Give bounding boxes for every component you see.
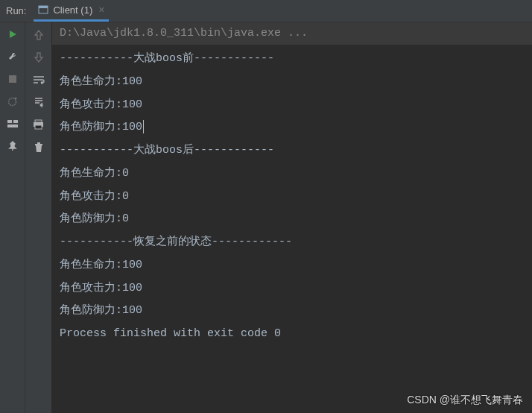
console-line: 角色防御力:100 [60,116,525,139]
svg-rect-8 [7,124,18,127]
print-icon[interactable] [32,118,45,131]
svg-point-5 [15,97,17,99]
application-icon [38,4,48,15]
console-line: 角色生命力:100 [60,254,525,277]
console-panel: D:\Java\jdk1.8.0_311\bin\java.exe ... --… [52,22,532,413]
wrench-icon[interactable] [7,51,19,63]
rerun-icon[interactable] [7,28,19,40]
run-label: Run: [6,5,26,16]
console-line: 角色生命力:0 [60,163,525,186]
console-line: -----------恢复之前的状态------------ [60,231,525,254]
svg-rect-1 [39,6,48,8]
console-toolbar [25,22,52,413]
console-line: -----------大战boos前------------ [60,48,525,71]
down-arrow-icon[interactable] [32,51,45,64]
scroll-end-icon[interactable] [32,95,45,109]
console-line: 角色生命力:100 [60,71,525,94]
svg-rect-12 [35,144,42,145]
pin-icon[interactable] [7,140,19,152]
run-tool-header: Run: Client (1) × [0,0,532,22]
svg-rect-7 [13,120,18,123]
svg-marker-2 [10,31,16,38]
layout-icon[interactable] [7,118,19,130]
console-line: 角色攻击力:0 [60,186,525,209]
tab-label: Client (1) [53,4,92,16]
debug-dump-icon[interactable] [7,95,19,107]
up-arrow-icon[interactable] [32,28,45,42]
close-icon[interactable]: × [98,4,104,16]
watermark-text: CSDN @谁不想飞舞青春 [407,394,523,407]
run-tab-client[interactable]: Client (1) × [34,1,109,22]
stop-icon[interactable] [7,73,19,85]
svg-rect-6 [7,120,12,123]
svg-rect-11 [35,125,42,129]
console-line: -----------大战boos后------------ [60,139,525,163]
console-line: 角色防御力:100 [60,300,525,323]
command-line[interactable]: D:\Java\jdk1.8.0_311\bin\java.exe ... [52,22,532,45]
svg-rect-13 [37,142,40,144]
console-line: 角色防御力:0 [60,208,525,231]
text-caret [143,120,144,133]
svg-rect-3 [9,75,16,83]
svg-rect-9 [35,120,42,122]
soft-wrap-icon[interactable] [32,73,45,86]
console-output[interactable]: -----------大战boos前------------角色生命力:100角… [52,45,532,413]
console-line: Process finished with exit code 0 [60,323,525,346]
left-toolbar [0,22,25,413]
console-line: 角色攻击力:100 [60,94,525,117]
console-line: 角色攻击力:100 [60,277,525,300]
trash-icon[interactable] [32,140,45,154]
main-area: D:\Java\jdk1.8.0_311\bin\java.exe ... --… [0,22,532,413]
